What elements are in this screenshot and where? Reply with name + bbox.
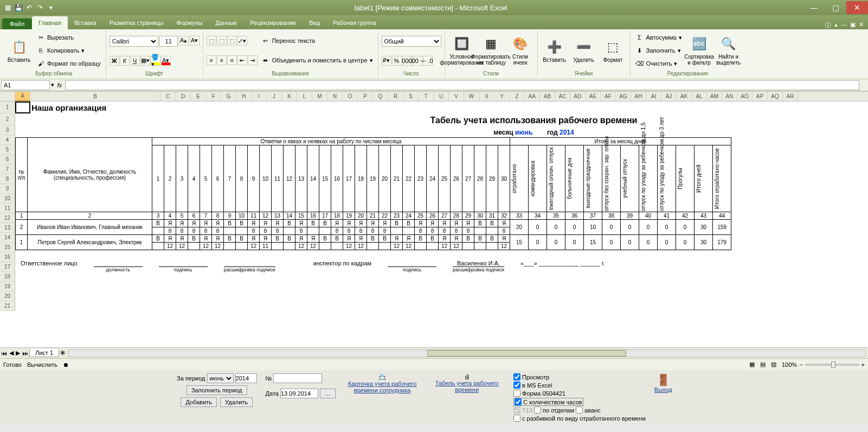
insert-cells-button[interactable]: ➕Вставить [541,31,568,69]
row-header-7[interactable]: 7 [0,164,15,174]
percent-format-icon[interactable]: % [392,56,402,66]
col-header-K[interactable]: K [282,92,297,101]
col-header-H[interactable]: H [236,92,252,101]
employee-card-link[interactable]: Карточка учета рабочего времени сотрудни… [344,380,420,393]
date-input[interactable] [280,389,318,398]
period-year-input[interactable] [235,373,257,383]
col-header-M[interactable]: M [312,92,327,101]
orientation-icon[interactable]: ⤢▾ [237,36,247,46]
increase-font-icon[interactable]: A▴ [179,36,189,46]
row-header-1[interactable]: 1 [0,101,15,113]
accounting-format-icon[interactable]: ₽▾ [382,56,391,66]
col-header-A[interactable]: A [15,92,30,101]
align-middle-icon[interactable]: ⬚ [217,36,227,46]
col-header-AR[interactable]: AR [783,92,798,101]
row-headers[interactable]: 123456789101112131415161718192021 [0,101,15,272]
col-header-T[interactable]: T [419,92,434,101]
find-select-button[interactable]: 🔍Найти и выделить [715,31,742,69]
date-picker-button[interactable]: … [320,389,336,398]
doc-min-icon[interactable]: — [841,21,847,29]
name-box[interactable]: A1 [1,80,50,90]
col-header-W[interactable]: W [464,92,479,101]
tab-nav-first-icon[interactable]: ⏮ [0,350,8,357]
paste-button[interactable]: 📋 Вставить [5,31,33,69]
form-checkbox[interactable]: Форма 0504421 [513,390,565,397]
zoom-slider[interactable] [805,364,859,366]
zoom-slider-thumb[interactable] [831,361,835,368]
col-header-AO[interactable]: AO [737,92,753,101]
row-header-21[interactable]: 21 [0,301,15,311]
col-header-J[interactable]: J [267,92,282,101]
col-header-Q[interactable]: Q [373,92,388,101]
t13-checkbox[interactable]: Т13 [513,406,532,414]
cell-styles-button[interactable]: 🎨Стили ячеек [507,31,534,69]
excel-checkbox[interactable]: в MS Excel [513,382,552,389]
undo-icon[interactable]: ↶ [25,3,34,12]
col-header-AL[interactable]: AL [692,92,707,101]
row-header-5[interactable]: 5 [0,145,15,155]
save-icon[interactable]: 💾 [14,3,23,12]
col-header-Y[interactable]: Y [494,92,510,101]
align-center-icon[interactable]: ≡ [217,55,227,65]
col-header-AD[interactable]: AD [570,92,586,101]
doc-close-icon[interactable]: ✕ [859,21,864,29]
col-header-AI[interactable]: AI [646,92,661,101]
row-header-2[interactable]: 2 [0,113,15,125]
maximize-button[interactable]: ▢ [825,1,846,14]
add-button[interactable]: Добавить [181,397,217,407]
sort-filter-button[interactable]: 🔤Сортировка и фильтр [686,31,713,69]
col-header-L[interactable]: L [297,92,312,101]
col-header-AJ[interactable]: AJ [661,92,677,101]
exit-link[interactable]: Выход [654,386,672,393]
format-as-table-button[interactable]: ▦Форматировать как таблицу [478,31,505,69]
close-button[interactable]: ✕ [846,1,868,14]
font-name-select[interactable]: Calibri [110,36,158,47]
select-all-corner[interactable] [0,92,15,101]
col-header-AC[interactable]: AC [555,92,570,101]
fx-icon[interactable]: fx [54,82,65,88]
qat-dropdown-icon[interactable]: ▾ [47,3,55,12]
col-header-AM[interactable]: AM [707,92,722,101]
avans-checkbox[interactable]: аванс [576,406,601,414]
copy-button[interactable]: ⎘Копировать▾ [35,46,102,55]
col-header-AH[interactable]: AH [631,92,646,101]
align-right-icon[interactable]: ≡ [227,55,237,65]
bydept-checkbox[interactable]: по отделам [534,406,574,414]
fill-color-button[interactable]: 🪣▾ [151,56,160,66]
col-header-AK[interactable]: AK [677,92,692,101]
decrease-decimal-icon[interactable]: ←.0 [423,56,433,66]
row-header-13[interactable]: 13 [0,223,15,233]
font-color-button[interactable]: A▾ [161,56,171,66]
new-sheet-icon[interactable]: ✻ [59,350,66,357]
autosum-button[interactable]: ΣАвтосумма▾ [634,33,684,42]
view-pagebreak-icon[interactable]: ▧ [771,361,776,368]
row-header-14[interactable]: 14 [0,233,15,243]
cut-button[interactable]: ✂Вырезать [35,33,102,42]
tab-pagelayout[interactable]: Разметка страницы [103,16,170,29]
indent-inc-icon[interactable]: ⇥ [248,55,258,65]
col-header-F[interactable]: F [206,92,221,101]
tab-workgroup[interactable]: Рабочая группа [326,16,383,29]
row-header-10[interactable]: 10 [0,194,15,204]
tab-data[interactable]: Данные [209,16,243,29]
row-header-12[interactable]: 12 [0,213,15,223]
col-header-N[interactable]: N [327,92,343,101]
col-header-AE[interactable]: AE [586,92,601,101]
row-header-16[interactable]: 16 [0,252,15,262]
preview-checkbox[interactable]: Просмотр [513,373,549,380]
cell-a1[interactable] [15,101,30,113]
col-header-V[interactable]: V [449,92,464,101]
delete-cells-button[interactable]: ➖Удалить [570,31,597,69]
worksheet[interactable]: ABCDEFGHIJKLMNOPQRSTUVWXYZAAABACADAEAFAG… [0,91,868,347]
sheet-tab[interactable]: Лист 1 [29,349,59,357]
tab-review[interactable]: Рецензирование [243,16,303,29]
align-bottom-icon[interactable]: ⬚ [227,36,237,46]
increase-decimal-icon[interactable]: .00→ [413,56,422,66]
view-layout-icon[interactable]: ▤ [760,361,766,368]
col-header-P[interactable]: P [358,92,373,101]
column-headers[interactable]: ABCDEFGHIJKLMNOPQRSTUVWXYZAAABACADAEAFAG… [0,92,868,101]
row-header-9[interactable]: 9 [0,184,15,194]
tab-nav-next-icon[interactable]: ▶ [15,350,21,357]
row-header-17[interactable]: 17 [0,262,15,272]
underline-button[interactable]: Ч [130,56,140,66]
